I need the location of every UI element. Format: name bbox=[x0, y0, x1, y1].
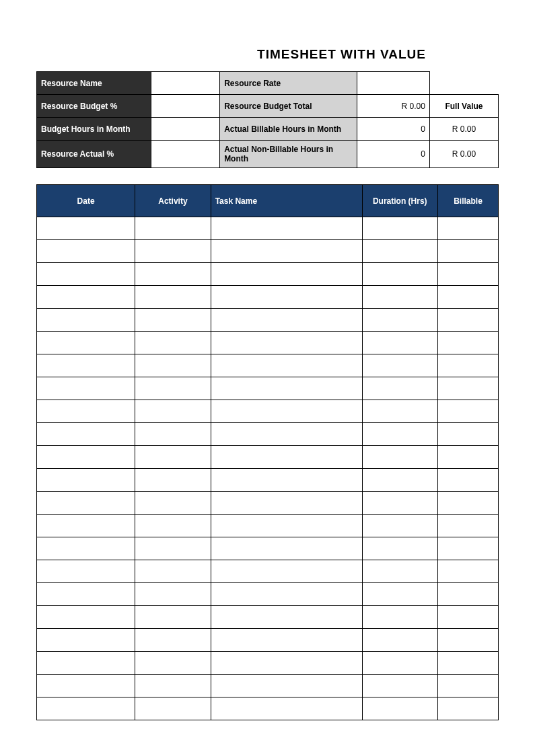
cell-duration[interactable] bbox=[362, 515, 437, 537]
cell-billable[interactable] bbox=[438, 583, 499, 606]
cell-activity[interactable] bbox=[135, 492, 211, 515]
cell-activity[interactable] bbox=[135, 286, 211, 309]
cell-date[interactable] bbox=[37, 309, 135, 332]
cell-billable[interactable] bbox=[438, 354, 499, 377]
cell-duration[interactable] bbox=[362, 377, 437, 400]
cell-task[interactable] bbox=[211, 515, 362, 537]
cell-date[interactable] bbox=[37, 423, 135, 446]
value-resource-budget-pct[interactable] bbox=[151, 95, 220, 118]
cell-task[interactable] bbox=[211, 263, 362, 286]
cell-billable[interactable] bbox=[438, 469, 499, 492]
cell-duration[interactable] bbox=[362, 332, 437, 354]
cell-date[interactable] bbox=[37, 537, 135, 560]
cell-duration[interactable] bbox=[362, 675, 437, 697]
cell-activity[interactable] bbox=[135, 629, 211, 652]
cell-billable[interactable] bbox=[438, 400, 499, 423]
cell-billable[interactable] bbox=[438, 492, 499, 515]
cell-activity[interactable] bbox=[135, 515, 211, 537]
cell-duration[interactable] bbox=[362, 652, 437, 675]
cell-date[interactable] bbox=[37, 697, 135, 720]
cell-task[interactable] bbox=[211, 354, 362, 377]
cell-activity[interactable] bbox=[135, 377, 211, 400]
cell-duration[interactable] bbox=[362, 583, 437, 606]
cell-task[interactable] bbox=[211, 332, 362, 354]
cell-billable[interactable] bbox=[438, 537, 499, 560]
value-budget-hours[interactable] bbox=[151, 118, 220, 141]
cell-duration[interactable] bbox=[362, 560, 437, 583]
cell-duration[interactable] bbox=[362, 286, 437, 309]
cell-task[interactable] bbox=[211, 286, 362, 309]
cell-activity[interactable] bbox=[135, 309, 211, 332]
cell-duration[interactable] bbox=[362, 423, 437, 446]
value-resource-actual-pct[interactable] bbox=[151, 141, 220, 168]
cell-duration[interactable] bbox=[362, 492, 437, 515]
cell-date[interactable] bbox=[37, 400, 135, 423]
cell-activity[interactable] bbox=[135, 537, 211, 560]
cell-activity[interactable] bbox=[135, 675, 211, 697]
cell-billable[interactable] bbox=[438, 560, 499, 583]
cell-activity[interactable] bbox=[135, 354, 211, 377]
cell-duration[interactable] bbox=[362, 606, 437, 629]
cell-activity[interactable] bbox=[135, 400, 211, 423]
cell-task[interactable] bbox=[211, 446, 362, 469]
cell-task[interactable] bbox=[211, 240, 362, 263]
cell-date[interactable] bbox=[37, 217, 135, 240]
cell-task[interactable] bbox=[211, 697, 362, 720]
value-resource-rate[interactable] bbox=[357, 72, 430, 95]
cell-date[interactable] bbox=[37, 263, 135, 286]
cell-date[interactable] bbox=[37, 629, 135, 652]
cell-activity[interactable] bbox=[135, 652, 211, 675]
cell-task[interactable] bbox=[211, 423, 362, 446]
cell-date[interactable] bbox=[37, 515, 135, 537]
cell-date[interactable] bbox=[37, 377, 135, 400]
cell-activity[interactable] bbox=[135, 240, 211, 263]
cell-activity[interactable] bbox=[135, 606, 211, 629]
cell-date[interactable] bbox=[37, 583, 135, 606]
cell-task[interactable] bbox=[211, 400, 362, 423]
cell-duration[interactable] bbox=[362, 629, 437, 652]
cell-task[interactable] bbox=[211, 583, 362, 606]
cell-billable[interactable] bbox=[438, 515, 499, 537]
cell-duration[interactable] bbox=[362, 309, 437, 332]
cell-activity[interactable] bbox=[135, 583, 211, 606]
cell-activity[interactable] bbox=[135, 560, 211, 583]
cell-date[interactable] bbox=[37, 560, 135, 583]
cell-date[interactable] bbox=[37, 606, 135, 629]
cell-billable[interactable] bbox=[438, 606, 499, 629]
cell-date[interactable] bbox=[37, 286, 135, 309]
cell-billable[interactable] bbox=[438, 286, 499, 309]
cell-date[interactable] bbox=[37, 469, 135, 492]
cell-billable[interactable] bbox=[438, 423, 499, 446]
cell-task[interactable] bbox=[211, 560, 362, 583]
cell-activity[interactable] bbox=[135, 697, 211, 720]
cell-duration[interactable] bbox=[362, 354, 437, 377]
cell-duration[interactable] bbox=[362, 217, 437, 240]
cell-task[interactable] bbox=[211, 675, 362, 697]
cell-date[interactable] bbox=[37, 446, 135, 469]
cell-duration[interactable] bbox=[362, 697, 437, 720]
cell-task[interactable] bbox=[211, 652, 362, 675]
cell-activity[interactable] bbox=[135, 332, 211, 354]
cell-duration[interactable] bbox=[362, 446, 437, 469]
cell-task[interactable] bbox=[211, 217, 362, 240]
cell-billable[interactable] bbox=[438, 263, 499, 286]
cell-date[interactable] bbox=[37, 675, 135, 697]
cell-billable[interactable] bbox=[438, 629, 499, 652]
cell-billable[interactable] bbox=[438, 217, 499, 240]
cell-task[interactable] bbox=[211, 629, 362, 652]
cell-billable[interactable] bbox=[438, 697, 499, 720]
cell-duration[interactable] bbox=[362, 469, 437, 492]
value-resource-name[interactable] bbox=[151, 72, 220, 95]
cell-activity[interactable] bbox=[135, 423, 211, 446]
cell-task[interactable] bbox=[211, 537, 362, 560]
cell-billable[interactable] bbox=[438, 377, 499, 400]
cell-date[interactable] bbox=[37, 332, 135, 354]
cell-date[interactable] bbox=[37, 652, 135, 675]
cell-activity[interactable] bbox=[135, 217, 211, 240]
cell-billable[interactable] bbox=[438, 332, 499, 354]
cell-duration[interactable] bbox=[362, 263, 437, 286]
cell-task[interactable] bbox=[211, 492, 362, 515]
cell-billable[interactable] bbox=[438, 675, 499, 697]
cell-duration[interactable] bbox=[362, 400, 437, 423]
cell-date[interactable] bbox=[37, 492, 135, 515]
